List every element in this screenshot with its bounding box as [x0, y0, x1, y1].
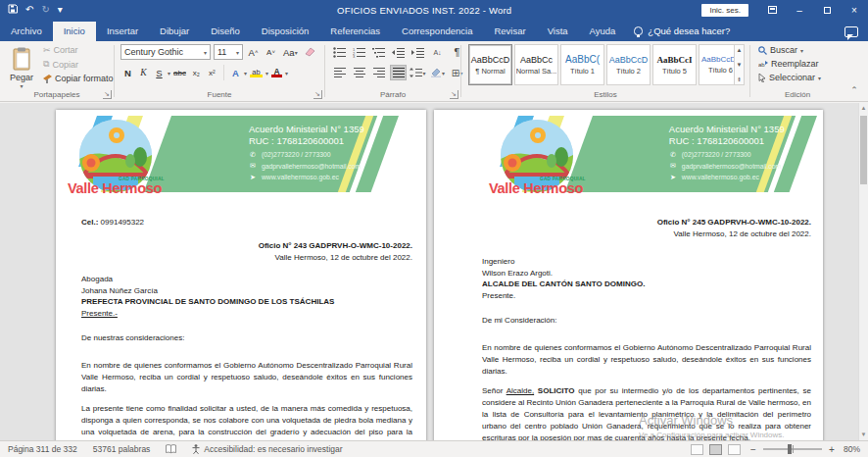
sort-icon[interactable]: A↓: [429, 44, 446, 60]
undo-icon[interactable]: ↶: [25, 5, 33, 15]
tab-correspondencia[interactable]: Correspondencia: [391, 22, 483, 41]
document-area[interactable]: Acuerdo Ministerial N° 1359 RUC : 176812…: [0, 103, 868, 440]
highlight-button[interactable]: ab: [248, 65, 265, 80]
tab-dibujar[interactable]: Dibujar: [149, 22, 200, 41]
align-center-icon[interactable]: [351, 65, 367, 80]
numbering-icon[interactable]: 123: [351, 44, 367, 60]
tab-vista[interactable]: Vista: [537, 22, 579, 41]
subscript-button[interactable]: x₂: [189, 65, 204, 80]
align-right-icon[interactable]: [370, 65, 387, 80]
print-layout-icon[interactable]: [709, 444, 722, 455]
bold-button[interactable]: N: [121, 65, 135, 80]
paste-button[interactable]: Pegar ▾: [5, 44, 38, 93]
copy-button[interactable]: ⧉Copiar: [43, 59, 114, 70]
line-spacing-icon[interactable]: ▾: [410, 65, 426, 80]
format-painter-button[interactable]: Copiar formato: [43, 74, 114, 83]
customize-qat-icon[interactable]: ▾: [58, 5, 63, 15]
email-text: gadprvallehermoso@hotmail.com: [682, 163, 781, 170]
sign-in-button[interactable]: Inic. ses.: [701, 4, 748, 17]
collapse-ribbon-icon[interactable]: ⌃: [846, 83, 862, 97]
word-count[interactable]: 53761 palabras: [85, 444, 159, 454]
addressee-block: Ingeniero Wilson Erazo Argoti. ALCALDE D…: [482, 256, 811, 301]
tab-disposicion[interactable]: Disposición: [251, 22, 320, 41]
font-dialog-launcher[interactable]: ↘: [313, 90, 322, 99]
decrease-indent-icon[interactable]: [390, 44, 407, 60]
page-left[interactable]: Acuerdo Ministerial N° 1359 RUC : 176812…: [56, 110, 426, 440]
clipboard-dialog-launcher[interactable]: ↘: [103, 90, 112, 99]
ribbon-display-options-icon[interactable]: [758, 0, 786, 20]
underline-button[interactable]: S: [152, 65, 167, 80]
text-effects-button[interactable]: A: [228, 65, 243, 80]
close-button[interactable]: ×: [841, 0, 868, 20]
underline-dropdown-icon[interactable]: ▾: [168, 70, 170, 76]
proofing-icon[interactable]: [158, 444, 184, 454]
minimize-button[interactable]: –: [786, 0, 813, 20]
bullets-icon[interactable]: [331, 44, 348, 60]
grow-font-button[interactable]: A˄: [246, 44, 261, 60]
replace-button[interactable]: ab Reemplazar: [758, 59, 821, 69]
tab-referencias[interactable]: Referencias: [319, 22, 391, 41]
superscript-button[interactable]: x²: [205, 65, 219, 80]
zoom-slider-thumb[interactable]: [788, 444, 792, 454]
page-right[interactable]: Acuerdo Ministerial N° 1359 RUC : 176812…: [434, 110, 823, 440]
align-left-icon[interactable]: [331, 65, 348, 80]
comments-icon[interactable]: [844, 26, 858, 37]
shrink-font-button[interactable]: A˅: [264, 44, 278, 60]
tab-inicio[interactable]: Inicio: [53, 22, 96, 41]
increase-indent-icon[interactable]: [410, 44, 426, 60]
accessibility-status[interactable]: Accesibilidad: es necesario investigar: [184, 444, 350, 454]
shading-icon[interactable]: ▾: [429, 65, 446, 80]
restore-button[interactable]: [813, 0, 841, 20]
word-window: ↶ ↻ ▾ OFICIOS ENVIADOS INST. 2022 - Word…: [0, 0, 868, 457]
highlight-dropdown-icon[interactable]: ▾: [265, 70, 268, 76]
cut-button[interactable]: ✂Cortar: [43, 45, 114, 55]
select-button[interactable]: Seleccionar▾: [758, 73, 821, 82]
styles-scroll-up-icon[interactable]: ▲: [737, 47, 743, 53]
read-mode-icon[interactable]: [691, 444, 703, 455]
zoom-in-button[interactable]: +: [827, 444, 837, 455]
font-color-dropdown-icon[interactable]: ▾: [285, 70, 288, 76]
scroll-down-icon[interactable]: ▼: [859, 430, 868, 440]
tab-revisar[interactable]: Revisar: [483, 22, 536, 41]
page-indicator[interactable]: Página 311 de 332: [0, 444, 85, 454]
redo-icon[interactable]: ↻: [41, 5, 49, 15]
scroll-up-icon[interactable]: ▲: [859, 103, 868, 114]
letter-body[interactable]: Cel.: 0991495322 Oficio N° 243 GADPRVH-O…: [56, 205, 426, 440]
letter-body[interactable]: Oficio N° 245 GADPRVH-O-WMC-10-2022. Val…: [434, 205, 823, 440]
font-family-combo[interactable]: Century Gothic▾: [121, 44, 211, 60]
font-color-button[interactable]: A: [269, 65, 284, 80]
tab-ayuda[interactable]: Ayuda: [579, 22, 627, 41]
clear-format-button[interactable]: [303, 44, 317, 60]
web-layout-icon[interactable]: [728, 444, 741, 455]
styles-scroll-down-icon[interactable]: ▼: [737, 62, 743, 68]
find-button[interactable]: Buscar▾: [758, 45, 821, 55]
style-titulo-2[interactable]: AaBbCcD Título 2: [606, 44, 651, 85]
tab-diseno[interactable]: Diseño: [200, 22, 251, 41]
styles-gallery-scroll[interactable]: ▲ ▼ ⇟: [734, 44, 745, 85]
style-normal[interactable]: AaBbCcD ¶ Normal: [468, 44, 512, 85]
text-effects-dropdown-icon[interactable]: ▾: [244, 70, 247, 76]
save-icon[interactable]: [8, 4, 18, 16]
scrollbar-thumb[interactable]: [860, 116, 867, 184]
vertical-scrollbar[interactable]: ▲ ▼: [858, 103, 868, 440]
zoom-out-button[interactable]: −: [748, 444, 758, 455]
tab-archivo[interactable]: Archivo: [0, 22, 53, 41]
italic-button[interactable]: K: [136, 65, 151, 80]
style-titulo-1[interactable]: AaBbC( Título 1: [560, 44, 604, 85]
acuerdo-line: Acuerdo Ministerial N° 1359: [669, 124, 785, 135]
styles-more-icon[interactable]: ⇟: [737, 76, 742, 82]
style-normal-sa[interactable]: AaBbCc Normal Sa...: [514, 44, 558, 85]
zoom-slider[interactable]: [763, 448, 822, 450]
font-group: Century Gothic▾ 11▾ A˄ A˅ Aa▾ N K S ▾ ab…: [115, 41, 324, 101]
tell-me-box[interactable]: ¿Qué desea hacer?: [626, 25, 738, 41]
paragraph-dialog-launcher[interactable]: ↘: [450, 90, 458, 99]
justify-icon[interactable]: [390, 65, 407, 80]
style-titulo-5[interactable]: AaBbCcI Título 5: [652, 44, 697, 85]
window-title: OFICIOS ENVIADOS INST. 2022 - Word: [147, 5, 701, 16]
font-size-combo[interactable]: 11▾: [214, 44, 243, 60]
tab-insertar[interactable]: Insertar: [96, 22, 149, 41]
strikethrough-button[interactable]: abc: [171, 65, 188, 80]
change-case-button[interactable]: Aa▾: [281, 44, 300, 60]
zoom-level[interactable]: 80%: [843, 444, 868, 454]
multilevel-list-icon[interactable]: [370, 44, 387, 60]
